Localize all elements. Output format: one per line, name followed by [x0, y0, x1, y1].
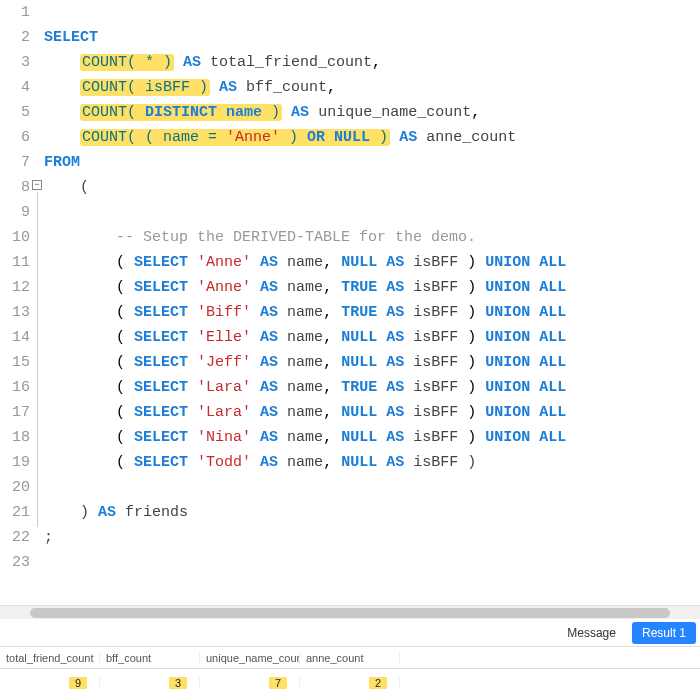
line-number: 9 — [0, 200, 30, 225]
results-header-row: total_friend_count bff_count unique_name… — [0, 647, 700, 669]
code-line: COUNT( * ) AS total_friend_count, — [44, 50, 700, 75]
code-line: SELECT — [44, 25, 700, 50]
line-number: 16 — [0, 375, 30, 400]
tab-message[interactable]: Message — [557, 622, 626, 644]
line-number: 21 — [0, 500, 30, 525]
code-line: ( SELECT 'Anne' AS name, NULL AS isBFF )… — [44, 250, 700, 275]
code-line: ) AS friends — [44, 500, 700, 525]
code-line: ( SELECT 'Todd' AS name, NULL AS isBFF ) — [44, 450, 700, 475]
line-number: 12 — [0, 275, 30, 300]
code-line: ; — [44, 525, 700, 550]
line-number: 19 — [0, 450, 30, 475]
line-number: 14 — [0, 325, 30, 350]
result-cell: 3 — [100, 677, 200, 689]
scrollbar-thumb[interactable] — [30, 608, 670, 618]
code-line: -- Setup the DERIVED-TABLE for the demo. — [44, 225, 700, 250]
code-line: ( — [44, 175, 700, 200]
line-number: 20 — [0, 475, 30, 500]
line-number: 1 — [0, 0, 30, 25]
code-line: ( SELECT 'Lara' AS name, TRUE AS isBFF )… — [44, 375, 700, 400]
line-number: 15 — [0, 350, 30, 375]
column-header[interactable]: bff_count — [100, 652, 200, 664]
code-line: ( SELECT 'Lara' AS name, NULL AS isBFF )… — [44, 400, 700, 425]
code-area[interactable]: − SELECT COUNT( * ) AS total_friend_coun… — [36, 0, 700, 605]
result-cell: 2 — [300, 677, 400, 689]
fold-guide — [37, 192, 38, 527]
line-number: 23 — [0, 550, 30, 575]
code-line — [44, 0, 700, 25]
code-line: ( SELECT 'Jeff' AS name, NULL AS isBFF )… — [44, 350, 700, 375]
result-cell: 7 — [200, 677, 300, 689]
code-line: ( SELECT 'Anne' AS name, TRUE AS isBFF )… — [44, 275, 700, 300]
horizontal-scrollbar[interactable] — [0, 605, 700, 619]
code-line — [44, 550, 700, 575]
line-number: 18 — [0, 425, 30, 450]
line-number: 3 — [0, 50, 30, 75]
line-number: 10 — [0, 225, 30, 250]
code-line: COUNT( DISTINCT name ) AS unique_name_co… — [44, 100, 700, 125]
tab-result-1[interactable]: Result 1 — [632, 622, 696, 644]
line-number: 5 — [0, 100, 30, 125]
line-number: 8 — [0, 175, 30, 200]
code-line: COUNT( ( name = 'Anne' ) OR NULL ) AS an… — [44, 125, 700, 150]
line-number: 13 — [0, 300, 30, 325]
line-number: 17 — [0, 400, 30, 425]
results-grid: total_friend_count bff_count unique_name… — [0, 647, 700, 697]
line-number: 6 — [0, 125, 30, 150]
column-header[interactable]: unique_name_count — [200, 652, 300, 664]
result-cell: 9 — [0, 677, 100, 689]
fold-toggle-icon[interactable]: − — [32, 180, 42, 190]
code-line — [44, 200, 700, 225]
code-editor[interactable]: 1 2 3 4 5 6 7 8 9 10 11 12 13 14 15 16 1… — [0, 0, 700, 605]
line-number: 2 — [0, 25, 30, 50]
results-row[interactable]: 9 3 7 2 — [0, 669, 700, 697]
line-number: 22 — [0, 525, 30, 550]
line-number: 4 — [0, 75, 30, 100]
line-number-gutter: 1 2 3 4 5 6 7 8 9 10 11 12 13 14 15 16 1… — [0, 0, 36, 605]
code-line: ( SELECT 'Nina' AS name, NULL AS isBFF )… — [44, 425, 700, 450]
line-number: 11 — [0, 250, 30, 275]
code-line: ( SELECT 'Biff' AS name, TRUE AS isBFF )… — [44, 300, 700, 325]
code-line: ( SELECT 'Elle' AS name, NULL AS isBFF )… — [44, 325, 700, 350]
column-header[interactable]: total_friend_count — [0, 652, 100, 664]
code-line — [44, 475, 700, 500]
code-line: COUNT( isBFF ) AS bff_count, — [44, 75, 700, 100]
code-line: FROM — [44, 150, 700, 175]
results-tabs: Message Result 1 — [0, 619, 700, 647]
line-number: 7 — [0, 150, 30, 175]
column-header[interactable]: anne_count — [300, 652, 400, 664]
